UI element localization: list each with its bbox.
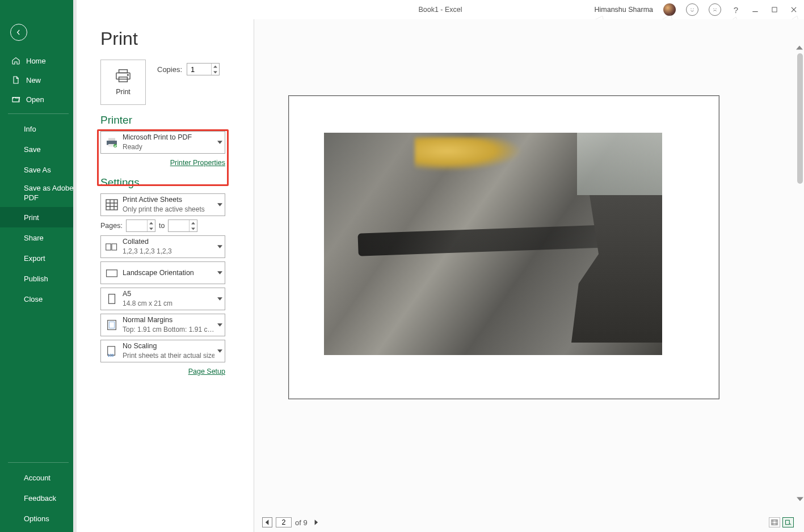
pages-to-spinner[interactable] — [168, 219, 197, 232]
copies-down[interactable] — [212, 69, 219, 75]
nav-new[interactable]: New — [0, 70, 77, 90]
print-button-label: Print — [116, 88, 131, 96]
current-page-input[interactable] — [276, 517, 292, 527]
print-what-dropdown[interactable]: Print Active Sheets Only print the activ… — [100, 193, 225, 216]
back-button[interactable] — [10, 24, 27, 41]
page-setup-link[interactable]: Page Setup — [188, 368, 225, 375]
scaling-icon: 100 — [101, 345, 123, 357]
pages-to-down[interactable] — [190, 226, 197, 231]
nav-open[interactable]: Open — [0, 90, 77, 109]
pages-to-up[interactable] — [190, 220, 197, 226]
nav-open-label: Open — [26, 95, 44, 104]
scaling-dropdown[interactable]: 100 No Scaling Print sheets at their act… — [100, 340, 225, 362]
svg-marker-25 — [217, 203, 222, 206]
svg-marker-43 — [796, 45, 803, 49]
smiley-feedback-icon[interactable] — [686, 3, 698, 16]
collate-dropdown[interactable]: Collated 1,2,3 1,2,3 1,2,3 — [100, 235, 225, 258]
pages-to-input[interactable] — [169, 220, 189, 231]
printer-properties-link[interactable]: Printer Properties — [170, 159, 225, 167]
minimize-button[interactable] — [751, 5, 760, 14]
chevron-down-icon — [214, 203, 225, 206]
pages-from-input[interactable] — [127, 220, 147, 231]
printer-dropdown[interactable]: Microsoft Print to PDF Ready — [100, 131, 225, 154]
print-what-main: Print Active Sheets — [123, 195, 212, 205]
svg-marker-32 — [217, 245, 222, 248]
svg-marker-28 — [191, 222, 195, 224]
svg-rect-33 — [107, 270, 117, 277]
svg-marker-18 — [213, 71, 217, 73]
margins-dropdown[interactable]: Normal Margins Top: 1.91 cm Bottom: 1.91… — [100, 314, 225, 336]
copies-up[interactable] — [212, 64, 219, 69]
nav-print[interactable]: Print — [0, 207, 77, 227]
titlebar: Book1 - Excel Himanshu Sharma ? — [77, 0, 804, 19]
svg-rect-48 — [786, 520, 790, 525]
svg-text:100: 100 — [108, 353, 114, 357]
scaling-sub: Print sheets at their actual size — [123, 351, 212, 360]
arrow-left-icon — [15, 28, 23, 36]
prev-page-button[interactable] — [262, 517, 272, 527]
nav-info[interactable]: Info — [0, 119, 77, 139]
chevron-down-icon — [214, 245, 225, 248]
user-avatar[interactable] — [663, 3, 676, 16]
pages-from-spinner[interactable] — [126, 219, 155, 232]
home-icon — [11, 56, 20, 65]
nav-home[interactable]: Home — [0, 51, 77, 70]
paper-size-dropdown[interactable]: A5 14.8 cm x 21 cm — [100, 288, 225, 310]
sheets-icon — [101, 199, 123, 211]
svg-point-3 — [716, 9, 717, 9]
nav-publish[interactable]: Publish — [0, 268, 77, 289]
nav-feedback[interactable]: Feedback — [0, 488, 77, 508]
svg-point-1 — [693, 9, 694, 9]
nav-share[interactable]: Share — [0, 227, 77, 248]
paper-sub: 14.8 cm x 21 cm — [123, 299, 212, 308]
nav-close[interactable]: Close — [0, 289, 77, 309]
chevron-down-icon — [214, 349, 225, 353]
nav-export[interactable]: Export — [0, 248, 77, 268]
close-button[interactable] — [789, 5, 798, 14]
collate-icon — [101, 240, 123, 253]
show-margins-button[interactable] — [769, 517, 780, 527]
main-area: Book1 - Excel Himanshu Sharma ? — [77, 0, 804, 532]
pages-from-down[interactable] — [148, 226, 155, 231]
nav-account[interactable]: Account — [0, 467, 77, 488]
copies-label: Copies: — [157, 65, 182, 74]
nav-home-label: Home — [26, 57, 46, 65]
pages-to-label: to — [159, 222, 165, 230]
copies-input[interactable] — [187, 64, 211, 75]
printer-status: Ready — [123, 142, 212, 151]
pages-from-up[interactable] — [148, 220, 155, 226]
margins-main: Normal Margins — [123, 315, 212, 325]
scroll-down-icon[interactable] — [797, 496, 803, 503]
svg-marker-27 — [149, 227, 153, 230]
svg-rect-20 — [108, 138, 115, 141]
svg-point-2 — [714, 9, 714, 9]
help-button[interactable]: ? — [731, 5, 740, 14]
svg-rect-13 — [119, 70, 128, 73]
svg-marker-29 — [191, 227, 195, 230]
zoom-controls — [769, 517, 794, 527]
landscape-icon — [101, 267, 123, 279]
chevron-down-icon — [214, 271, 225, 275]
svg-marker-46 — [314, 520, 318, 525]
copies-spinner[interactable] — [187, 63, 220, 75]
maximize-button[interactable] — [770, 5, 779, 14]
vertical-scrollbar[interactable] — [797, 53, 803, 184]
nav-save-adobe-pdf[interactable]: Save as Adobe PDF — [0, 180, 77, 207]
svg-point-16 — [127, 74, 128, 75]
chevron-down-icon — [214, 323, 225, 327]
printer-device-icon — [101, 136, 123, 149]
svg-rect-30 — [106, 244, 111, 250]
svg-rect-47 — [772, 520, 778, 525]
zoom-to-page-button[interactable] — [782, 517, 794, 527]
nav-saveas[interactable]: Save As — [0, 159, 77, 180]
paper-icon — [101, 293, 123, 305]
nav-save[interactable]: Save — [0, 139, 77, 159]
orientation-dropdown[interactable]: Landscape Orientation — [100, 261, 225, 284]
frown-feedback-icon[interactable] — [709, 3, 721, 16]
svg-marker-34 — [217, 271, 222, 274]
next-page-button[interactable] — [311, 517, 321, 527]
nav-options[interactable]: Options — [0, 508, 77, 529]
scroll-up-icon[interactable] — [796, 44, 803, 51]
margins-sub: Top: 1.91 cm Bottom: 1.91 c… — [123, 325, 212, 334]
print-button[interactable]: Print — [100, 60, 146, 105]
